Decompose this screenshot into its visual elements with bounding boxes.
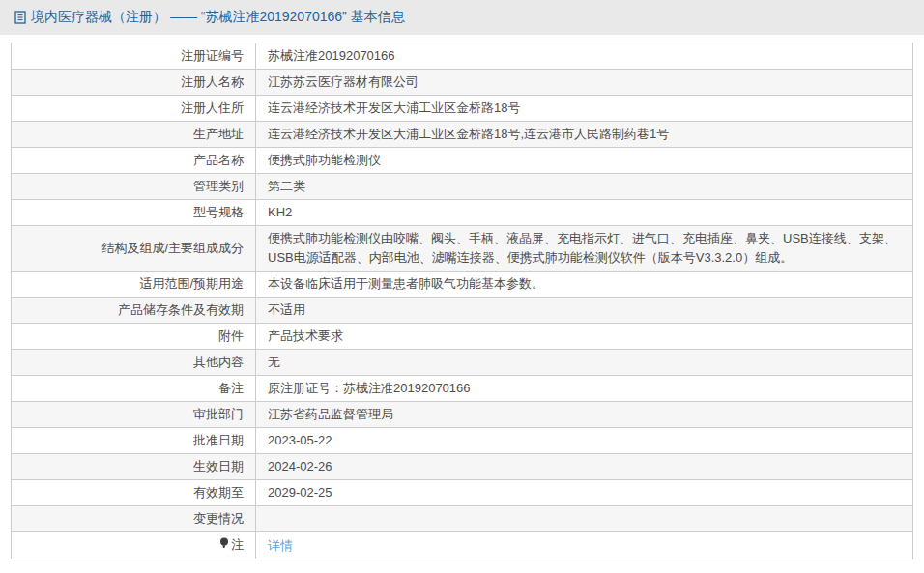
page-title: 境内医疗器械（注册） —— “苏械注准20192070166” 基本信息 (31, 9, 405, 26)
row-value: 原注册证号：苏械注准20192070166 (256, 376, 913, 402)
row-value: 江苏苏云医疗器材有限公司 (256, 70, 913, 96)
row-value: 产品技术要求 (256, 324, 913, 350)
row-value: 本设备临床适用于测量患者肺吸气功能基本参数。 (256, 272, 913, 298)
table-row-product-name: 产品名称 便携式肺功能检测仪 (12, 148, 913, 174)
table-row-attachment: 附件 产品技术要求 (12, 324, 913, 350)
row-value: 便携式肺功能检测仪由咬嘴、阀头、手柄、液晶屏、充电指示灯、进气口、充电插座、鼻夹… (256, 226, 913, 272)
table-row-approval-date: 批准日期 2023-05-22 (12, 428, 913, 454)
table-row-intended-use: 适用范围/预期用途 本设备临床适用于测量患者肺吸气功能基本参数。 (12, 272, 913, 298)
info-table-body: 注册证编号 苏械注准20192070166 注册人名称 江苏苏云医疗器材有限公司… (12, 43, 913, 559)
row-value (256, 506, 913, 532)
row-value: 连云港经济技术开发区大浦工业区金桥路18号 (256, 96, 913, 122)
row-value: 连云港经济技术开发区大浦工业区金桥路18号,连云港市人民路制药巷1号 (256, 122, 913, 148)
row-value: 2029-02-25 (256, 480, 913, 506)
table-row-production-address: 生产地址 连云港经济技术开发区大浦工业区金桥路18号,连云港市人民路制药巷1号 (12, 122, 913, 148)
row-value: 便携式肺功能检测仪 (256, 148, 913, 174)
row-value: 不适用 (256, 298, 913, 324)
table-row-storage-conditions: 产品储存条件及有效期 不适用 (12, 298, 913, 324)
row-label: 产品储存条件及有效期 (12, 298, 256, 324)
row-label: 注册人住所 (12, 96, 256, 122)
document-icon (14, 10, 27, 25)
row-label: 管理类别 (12, 174, 256, 200)
table-row-registrant-name: 注册人名称 江苏苏云医疗器材有限公司 (12, 70, 913, 96)
row-value: 第二类 (256, 174, 913, 200)
row-label: 注 (12, 532, 256, 559)
row-value: 详情 (256, 532, 913, 559)
table-row-note: 注 详情 (12, 532, 913, 559)
table-row-change-status: 变更情况 (12, 506, 913, 532)
row-value: 2023-05-22 (256, 428, 913, 454)
row-value: 2024-02-26 (256, 454, 913, 480)
details-link[interactable]: 详情 (268, 538, 293, 553)
table-row-other-content: 其他内容 无 (12, 350, 913, 376)
row-label: 型号规格 (12, 200, 256, 226)
row-label: 备注 (12, 376, 256, 402)
row-label: 生产地址 (12, 122, 256, 148)
table-row-registrant-address: 注册人住所 连云港经济技术开发区大浦工业区金桥路18号 (12, 96, 913, 122)
row-label: 注册证编号 (12, 43, 256, 70)
row-value: 江苏省药品监督管理局 (256, 402, 913, 428)
row-label: 有效期至 (12, 480, 256, 506)
table-row-expiry-date: 有效期至 2029-02-25 (12, 480, 913, 506)
table-row-management-class: 管理类别 第二类 (12, 174, 913, 200)
row-label: 其他内容 (12, 350, 256, 376)
row-label: 注册人名称 (12, 70, 256, 96)
registration-info-table: 注册证编号 苏械注准20192070166 注册人名称 江苏苏云医疗器材有限公司… (11, 43, 913, 559)
row-value: KH2 (256, 200, 913, 226)
note-label: 注 (231, 537, 244, 552)
row-value: 无 (256, 350, 913, 376)
table-row-structure-composition: 结构及组成/主要组成成分 便携式肺功能检测仪由咬嘴、阀头、手柄、液晶屏、充电指示… (12, 226, 913, 272)
table-row-effective-date: 生效日期 2024-02-26 (12, 454, 913, 480)
table-row-registration-number: 注册证编号 苏械注准20192070166 (12, 43, 913, 70)
table-row-approval-department: 审批部门 江苏省药品监督管理局 (12, 402, 913, 428)
row-label: 结构及组成/主要组成成分 (12, 226, 256, 272)
row-label: 产品名称 (12, 148, 256, 174)
table-row-remarks: 备注 原注册证号：苏械注准20192070166 (12, 376, 913, 402)
row-label: 适用范围/预期用途 (12, 272, 256, 298)
table-row-model-spec: 型号规格 KH2 (12, 200, 913, 226)
row-label: 附件 (12, 324, 256, 350)
page-header-bar: 境内医疗器械（注册） —— “苏械注准20192070166” 基本信息 (0, 0, 924, 35)
row-label: 批准日期 (12, 428, 256, 454)
row-label: 生效日期 (12, 454, 256, 480)
row-value: 苏械注准20192070166 (256, 43, 913, 70)
row-label: 变更情况 (12, 506, 256, 532)
row-label: 审批部门 (12, 402, 256, 428)
bulb-icon (219, 536, 229, 556)
